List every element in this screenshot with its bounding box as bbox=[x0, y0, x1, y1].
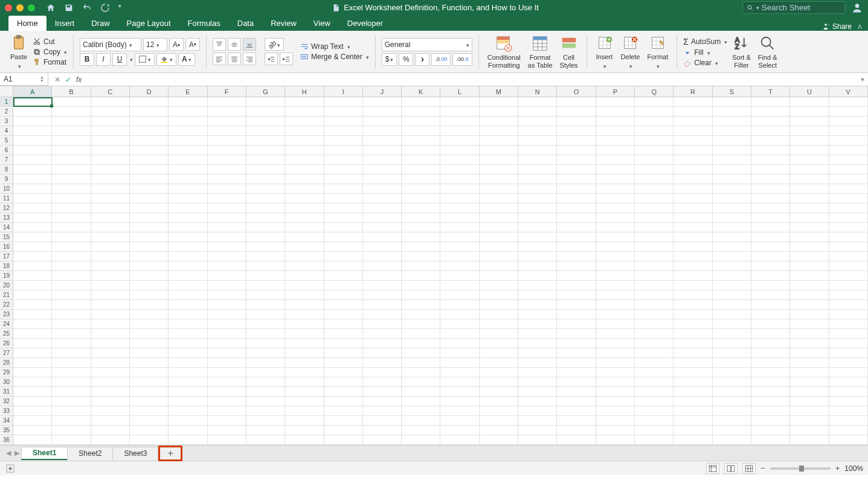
cell[interactable] bbox=[285, 319, 324, 329]
cell[interactable] bbox=[751, 213, 790, 223]
row-header[interactable]: 1 bbox=[0, 97, 13, 107]
cell[interactable] bbox=[246, 184, 285, 194]
cell[interactable] bbox=[169, 426, 207, 435]
cell[interactable] bbox=[130, 174, 169, 184]
cell[interactable] bbox=[208, 368, 246, 377]
cell[interactable] bbox=[169, 252, 207, 261]
cell[interactable] bbox=[169, 184, 207, 194]
row-header[interactable]: 24 bbox=[0, 319, 13, 329]
cell[interactable] bbox=[440, 435, 479, 445]
align-center-button[interactable] bbox=[228, 53, 241, 65]
cell[interactable] bbox=[480, 377, 518, 387]
cell[interactable] bbox=[91, 406, 130, 416]
cell[interactable] bbox=[285, 406, 324, 416]
cell[interactable] bbox=[324, 155, 363, 165]
row-header[interactable]: 33 bbox=[0, 406, 13, 416]
cell[interactable] bbox=[130, 232, 169, 242]
row-header[interactable]: 6 bbox=[0, 146, 13, 155]
cell[interactable] bbox=[52, 155, 91, 165]
cell[interactable] bbox=[596, 203, 635, 213]
cell[interactable] bbox=[480, 348, 518, 358]
cell[interactable] bbox=[829, 377, 868, 387]
cell[interactable] bbox=[52, 319, 91, 329]
cell[interactable] bbox=[635, 416, 674, 426]
column-header[interactable]: O bbox=[557, 86, 596, 97]
cell[interactable] bbox=[635, 174, 674, 184]
cell[interactable] bbox=[751, 300, 790, 310]
cell[interactable] bbox=[557, 319, 596, 329]
cell[interactable] bbox=[751, 126, 790, 136]
cell[interactable] bbox=[635, 329, 674, 339]
spreadsheet-grid[interactable]: ABCDEFGHIJKLMNOPQRSTUV 12345678910111213… bbox=[0, 86, 868, 445]
cell[interactable] bbox=[674, 252, 712, 261]
cell[interactable] bbox=[557, 174, 596, 184]
cell[interactable] bbox=[402, 194, 440, 203]
cell[interactable] bbox=[363, 426, 402, 435]
cell[interactable] bbox=[169, 435, 207, 445]
cell[interactable] bbox=[596, 416, 635, 426]
cell[interactable] bbox=[169, 290, 207, 300]
cell[interactable] bbox=[363, 252, 402, 261]
column-header[interactable]: S bbox=[713, 86, 751, 97]
cell[interactable] bbox=[208, 290, 246, 300]
sort-filter-button[interactable]: AZSort & Filter bbox=[730, 33, 753, 70]
cell[interactable] bbox=[246, 213, 285, 223]
column-header[interactable]: N bbox=[518, 86, 557, 97]
cell[interactable] bbox=[829, 329, 868, 339]
cell[interactable] bbox=[91, 97, 130, 107]
cell[interactable] bbox=[402, 368, 440, 377]
cell[interactable] bbox=[596, 348, 635, 358]
cell[interactable] bbox=[52, 387, 91, 397]
share-button[interactable]: Share bbox=[821, 22, 852, 31]
cell[interactable] bbox=[829, 155, 868, 165]
row-header[interactable]: 35 bbox=[0, 426, 13, 435]
cell[interactable] bbox=[829, 146, 868, 155]
cell[interactable] bbox=[363, 223, 402, 232]
cell[interactable] bbox=[130, 426, 169, 435]
cell[interactable] bbox=[285, 300, 324, 310]
column-header[interactable]: F bbox=[208, 86, 246, 97]
cell[interactable] bbox=[713, 242, 751, 252]
column-header[interactable]: V bbox=[829, 86, 868, 97]
cell[interactable] bbox=[402, 242, 440, 252]
cell[interactable] bbox=[440, 232, 479, 242]
undo-icon[interactable] bbox=[82, 3, 92, 13]
cell[interactable] bbox=[169, 136, 207, 146]
cell[interactable] bbox=[13, 281, 52, 290]
cell[interactable] bbox=[635, 271, 674, 281]
cell[interactable] bbox=[480, 107, 518, 117]
cell[interactable] bbox=[52, 368, 91, 377]
cell[interactable] bbox=[324, 261, 363, 271]
cell[interactable] bbox=[751, 377, 790, 387]
cell[interactable] bbox=[674, 426, 712, 435]
cell[interactable] bbox=[402, 213, 440, 223]
cell[interactable] bbox=[91, 368, 130, 377]
cell[interactable] bbox=[790, 377, 829, 387]
tab-formulas[interactable]: Formulas bbox=[179, 16, 229, 31]
scroll-sheets-left[interactable]: ◀ bbox=[6, 449, 11, 457]
cell[interactable] bbox=[169, 406, 207, 416]
cell[interactable] bbox=[363, 117, 402, 126]
cell[interactable] bbox=[674, 165, 712, 174]
cell[interactable] bbox=[751, 232, 790, 242]
tab-draw[interactable]: Draw bbox=[83, 16, 118, 31]
cell[interactable] bbox=[363, 310, 402, 319]
cell[interactable] bbox=[130, 213, 169, 223]
cell[interactable] bbox=[557, 397, 596, 406]
cell[interactable] bbox=[480, 290, 518, 300]
cell[interactable] bbox=[363, 406, 402, 416]
cell[interactable] bbox=[208, 377, 246, 387]
sheet-tab-3[interactable]: Sheet3 bbox=[112, 447, 158, 460]
cell[interactable] bbox=[285, 213, 324, 223]
cell[interactable] bbox=[557, 146, 596, 155]
cell[interactable] bbox=[324, 281, 363, 290]
normal-view-button[interactable] bbox=[706, 463, 719, 474]
cell[interactable] bbox=[440, 406, 479, 416]
scroll-sheets-right[interactable]: ▶ bbox=[14, 449, 19, 457]
profile-icon[interactable] bbox=[851, 2, 863, 14]
cell[interactable] bbox=[169, 348, 207, 358]
cell[interactable] bbox=[557, 232, 596, 242]
cell[interactable] bbox=[52, 213, 91, 223]
cell[interactable] bbox=[557, 300, 596, 310]
cell[interactable] bbox=[674, 203, 712, 213]
